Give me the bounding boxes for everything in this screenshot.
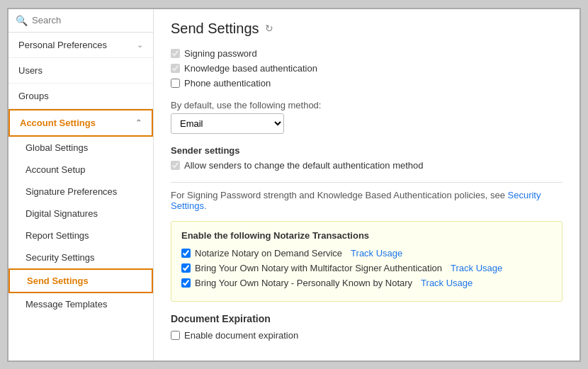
notarize-checkbox-0[interactable] [181, 249, 191, 258]
refresh-icon[interactable]: ↻ [265, 23, 273, 34]
enable-doc-expiration-label: Enable document expiration [184, 330, 298, 341]
sidebar-item-global-settings[interactable]: Global Settings [9, 137, 153, 159]
knowledge-based-checkbox[interactable] [171, 64, 180, 73]
sidebar-item-label: Personal Preferences [18, 40, 107, 50]
chevron-down-icon: ⌄ [137, 40, 143, 50]
page-title: Send Settings [171, 21, 259, 37]
enable-doc-expiration-checkbox[interactable] [171, 331, 180, 340]
sidebar-item-account-setup[interactable]: Account Setup [9, 159, 153, 181]
track-usage-link-0[interactable]: Track Usage [351, 248, 402, 259]
default-method-select[interactable]: Email [171, 113, 284, 134]
allow-senders-label: Allow senders to change the default auth… [184, 160, 424, 171]
notarize-item-label-2: Bring Your Own Notary - Personally Known… [195, 278, 412, 288]
sidebar-item-label: Account Settings [20, 118, 96, 128]
app-window: 🔍 Personal Preferences ⌄ Users Groups Ac… [7, 8, 581, 362]
track-usage-link-1[interactable]: Track Usage [451, 263, 502, 273]
search-box: 🔍 [9, 9, 153, 33]
signing-password-checkbox[interactable] [171, 49, 180, 58]
security-note-text: For Signing Password strength and Knowle… [171, 190, 508, 200]
sub-item-label: Security Settings [26, 252, 95, 263]
search-icon: 🔍 [16, 15, 28, 26]
sidebar-item-users[interactable]: Users [9, 58, 153, 84]
notarize-item-0: Notarize Notary on Demand Service Track … [181, 248, 552, 259]
sidebar: 🔍 Personal Preferences ⌄ Users Groups Ac… [9, 9, 154, 361]
sub-item-label: Signature Preferences [26, 186, 117, 197]
sender-settings-label: Sender settings [171, 145, 562, 156]
notarize-item-1: Bring Your Own Notary with Multifactor S… [181, 263, 552, 273]
sidebar-item-security-settings[interactable]: Security Settings [9, 246, 153, 268]
notarize-item-label-1: Bring Your Own Notary with Multifactor S… [195, 263, 442, 273]
notarize-section: Enable the following Notarize Transactio… [171, 221, 562, 302]
search-input[interactable] [32, 15, 146, 25]
sidebar-item-personal-preferences[interactable]: Personal Preferences ⌄ [9, 33, 153, 58]
signing-password-label: Signing password [184, 48, 257, 59]
default-method-select-wrap: Email [171, 113, 562, 134]
sidebar-item-message-templates[interactable]: Message Templates [9, 293, 153, 315]
sender-settings-section: Sender settings Allow senders to change … [171, 145, 562, 171]
sidebar-item-label: Users [18, 65, 43, 76]
phone-auth-label: Phone authentication [184, 78, 271, 89]
sidebar-item-send-settings[interactable]: Send Settings [9, 268, 153, 293]
notarize-item-label-0: Notarize Notary on Demand Service [195, 248, 342, 259]
notarize-item-2: Bring Your Own Notary - Personally Known… [181, 278, 552, 288]
sub-item-label: Send Settings [27, 276, 89, 286]
notarize-checkbox-2[interactable] [181, 278, 191, 288]
default-method-label: By default, use the following method: [171, 100, 562, 110]
sub-item-label: Account Setup [26, 164, 86, 175]
auth-checkboxes-section: Signing password Knowledge based authent… [171, 48, 562, 89]
doc-expiration-section: Document Expiration Enable document expi… [171, 313, 562, 341]
security-note: For Signing Password strength and Knowle… [171, 190, 562, 211]
signing-password-row: Signing password [171, 48, 562, 59]
sub-item-label: Report Settings [26, 230, 89, 241]
chevron-up-icon: ⌃ [135, 118, 142, 127]
page-title-row: Send Settings ↻ [171, 21, 562, 37]
sidebar-item-groups[interactable]: Groups [9, 84, 153, 109]
divider-1 [171, 182, 562, 183]
enable-doc-expiration-row: Enable document expiration [171, 330, 562, 341]
sidebar-item-signature-preferences[interactable]: Signature Preferences [9, 181, 153, 203]
sidebar-item-report-settings[interactable]: Report Settings [9, 225, 153, 246]
notarize-title: Enable the following Notarize Transactio… [181, 230, 552, 241]
phone-auth-checkbox[interactable] [171, 79, 180, 88]
notarize-checkbox-1[interactable] [181, 263, 191, 273]
track-usage-link-2[interactable]: Track Usage [421, 278, 473, 288]
doc-expiration-title: Document Expiration [171, 313, 562, 324]
allow-senders-checkbox[interactable] [171, 161, 180, 170]
sidebar-item-digital-signatures[interactable]: Digital Signatures [9, 203, 153, 225]
phone-auth-row: Phone authentication [171, 78, 562, 89]
sub-item-label: Global Settings [26, 142, 88, 153]
sidebar-item-label: Groups [18, 91, 49, 101]
main-content: Send Settings ↻ Signing password Knowled… [154, 9, 579, 361]
allow-senders-row: Allow senders to change the default auth… [171, 160, 562, 171]
knowledge-based-row: Knowledge based authentication [171, 63, 562, 74]
sub-item-label: Message Templates [26, 299, 107, 310]
knowledge-based-label: Knowledge based authentication [184, 63, 317, 74]
sidebar-item-account-settings[interactable]: Account Settings ⌃ [9, 109, 153, 137]
default-method-section: By default, use the following method: Em… [171, 100, 562, 134]
sub-item-label: Digital Signatures [26, 208, 98, 219]
